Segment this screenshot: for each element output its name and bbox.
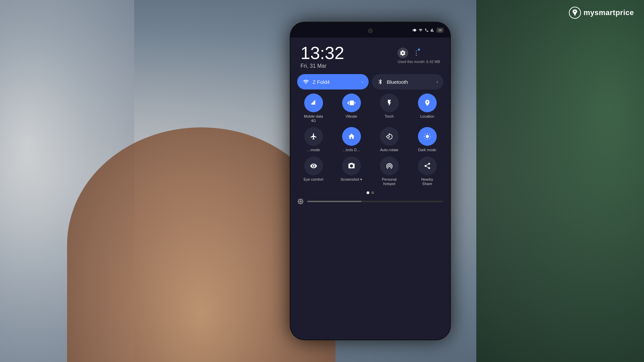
camera-notch [368, 28, 373, 33]
wifi-status-icon [418, 28, 423, 32]
mobile-data-icon [304, 94, 323, 112]
settings-row: ⋮ [397, 48, 440, 58]
bluetooth-toggle-label: Bluetooth [387, 79, 408, 85]
qs-row-2: …mode …trols D… [290, 127, 450, 156]
dark-mode-label: Dark mode [418, 148, 436, 152]
page-indicator [290, 191, 450, 194]
wifi-toggle-label: Z Fold4 [313, 79, 330, 85]
svg-point-0 [426, 135, 429, 138]
call-icon [425, 28, 429, 32]
notification-panel: 13:32 Fri, 31 Mar ⋮ [290, 38, 450, 340]
airplane-icon [304, 127, 323, 146]
auto-rotate-icon [380, 127, 399, 146]
auto-rotate-tile[interactable]: Auto-rotate [372, 127, 407, 152]
data-usage-section: ⋮ Used this month: 6.42 MB [397, 44, 440, 64]
notification-dot [418, 49, 420, 51]
logo-text: mysmartprice [584, 8, 634, 17]
phone-screen: 16 13:32 Fri, 31 Mar [290, 22, 450, 340]
vibrate-label: Vibrate [345, 114, 357, 119]
battery-badge: 16 [437, 28, 443, 33]
personal-hotspot-label: Personalhotspot [382, 177, 396, 186]
wifi-toggle[interactable]: Z Fold4 › [297, 74, 369, 89]
home-controls-label: …trols D… [342, 148, 361, 152]
torch-label: Torch [385, 114, 394, 119]
logo: mysmartprice [569, 7, 634, 19]
nearby-share-label: NearbyShare [421, 177, 433, 186]
logo-icon [569, 7, 581, 19]
auto-rotate-label: Auto-rotate [380, 148, 398, 152]
dot-2 [371, 191, 374, 194]
wifi-toggle-icon [303, 79, 309, 85]
dark-mode-icon [418, 127, 437, 146]
more-options-button[interactable]: ⋮ [413, 49, 419, 57]
mobile-data-tile[interactable]: Mobile data4G [296, 94, 331, 123]
home-controls-tile[interactable]: …trols D… [334, 127, 369, 152]
data-used-label: Used this month: 6.42 MB [397, 60, 440, 64]
brightness-row [290, 196, 450, 207]
eye-comfort-label: Eye comfort [304, 177, 323, 182]
time-text: 13:32 [301, 44, 344, 62]
settings-button[interactable] [397, 48, 408, 58]
brightness-icon[interactable] [297, 198, 304, 205]
home-controls-icon [342, 127, 361, 146]
dark-mode-tile[interactable]: Dark mode [410, 127, 445, 152]
bluetooth-toggle-arrow: › [436, 79, 438, 84]
phone-device: 16 13:32 Fri, 31 Mar [290, 22, 451, 340]
personal-hotspot-icon [380, 157, 399, 175]
location-icon [418, 94, 437, 112]
background-right [476, 0, 644, 362]
signal-icon [430, 28, 435, 32]
eye-comfort-tile[interactable]: Eye comfort [296, 157, 331, 186]
screenshot-tile[interactable]: Screenshot ▾ [334, 157, 369, 186]
vibrate-icon [413, 28, 417, 32]
dot-1 [367, 191, 369, 194]
location-label: Location [420, 114, 434, 119]
status-icons: 16 [413, 28, 443, 33]
vibrate-icon [342, 94, 361, 112]
mobile-data-label: Mobile data4G [304, 114, 323, 123]
location-tile[interactable]: Location [410, 94, 445, 123]
torch-tile[interactable]: Torch [372, 94, 407, 123]
nearby-share-tile[interactable]: NearbyShare [410, 157, 445, 186]
qs-row-1: Mobile data4G Vibrate [290, 94, 450, 127]
airplane-label: …mode [307, 148, 320, 152]
time-section: 13:32 Fri, 31 Mar ⋮ [290, 38, 450, 72]
screenshot-icon [342, 157, 361, 175]
time-display: 13:32 Fri, 31 Mar [301, 44, 344, 69]
vibrate-tile[interactable]: Vibrate [334, 94, 369, 123]
qs-row-3: Eye comfort Screenshot ▾ [290, 157, 450, 189]
date-text: Fri, 31 Mar [301, 63, 344, 69]
torch-icon [380, 94, 399, 112]
wifi-toggle-arrow: › [362, 79, 363, 84]
eye-comfort-icon [304, 157, 323, 175]
bluetooth-toggle-icon [377, 79, 383, 85]
screenshot-label: Screenshot ▾ [340, 177, 362, 182]
airplane-tile[interactable]: …mode [296, 127, 331, 152]
bluetooth-toggle[interactable]: Bluetooth › [372, 74, 443, 89]
nearby-share-icon [418, 157, 437, 175]
brightness-bar[interactable] [307, 201, 443, 202]
connectivity-toggles: Z Fold4 › Bluetooth › [290, 72, 450, 94]
personal-hotspot-tile[interactable]: Personalhotspot [372, 157, 407, 186]
